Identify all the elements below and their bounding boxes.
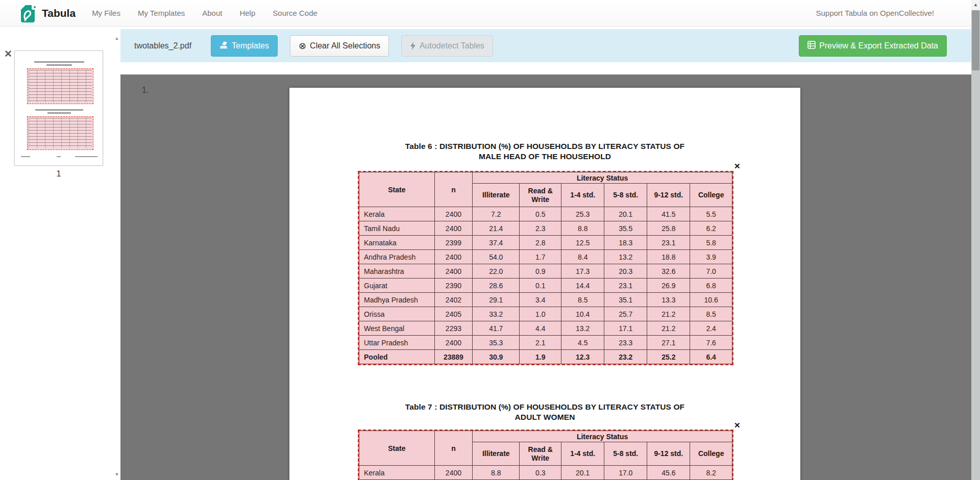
table-row: Kerala24008.80.320.117.045.68.2 <box>359 466 732 480</box>
table-cell: 20.1 <box>561 466 604 480</box>
thumbnail-sidebar: ✕ 1 ▲ ▼ <box>0 27 120 480</box>
table-cell: 5.8 <box>690 236 732 250</box>
table-row: Karnataka239937.42.812.518.323.15.8 <box>359 236 732 250</box>
scrollbar-thumb[interactable] <box>972 10 979 70</box>
table-cell: 1.9 <box>520 350 561 364</box>
page-thumbnail[interactable] <box>14 50 103 166</box>
table-cell: 2402 <box>434 293 473 307</box>
templates-button[interactable]: Templates <box>211 35 278 57</box>
table-cell: 25.3 <box>561 207 604 221</box>
table7-selection[interactable]: StatenLiteracy StatusIlliterateRead & Wr… <box>358 430 733 480</box>
table-cell: 2.3 <box>520 221 561 236</box>
table-row: Madhya Pradesh240229.13.48.535.113.310.6 <box>359 293 732 307</box>
thumb-title-line <box>47 112 71 114</box>
table-cell: 2400 <box>434 221 473 236</box>
table-cell: 29.1 <box>473 293 520 307</box>
clear-selections-button[interactable]: ⊗ Clear All Selections <box>290 35 389 57</box>
pdf-viewer: 1. Table 6 : DISTRIBUTION (%) OF HOUSEHO… <box>120 74 980 480</box>
pdf-page[interactable]: Table 6 : DISTRIBUTION (%) OF HOUSEHOLDS… <box>289 88 800 480</box>
sidebar-scroll-down-icon[interactable]: ▼ <box>114 472 120 477</box>
table-row: Maharashtra240022.00.917.320.332.67.0 <box>359 264 732 279</box>
support-link[interactable]: Support Tabula on OpenCollective! <box>816 9 934 17</box>
templates-icon <box>219 41 228 51</box>
thumb-footer-line <box>75 156 97 157</box>
table-cell: Uttar Pradesh <box>359 336 435 350</box>
close-sidebar-icon[interactable]: ✕ <box>4 49 12 59</box>
col-header: 9-12 std. <box>647 184 690 207</box>
table-cell: 2400 <box>434 207 473 221</box>
table7-selection-close-icon[interactable]: ✕ <box>734 421 741 429</box>
thumb-selection-1 <box>27 68 93 104</box>
brand[interactable]: Tabula <box>20 2 76 25</box>
table-cell: Tamil Nadu <box>359 221 435 236</box>
table-cell: 10.6 <box>690 293 732 307</box>
thumb-table-grid <box>29 70 92 103</box>
toolbar: twotables_2.pdf Templates ⊗ Clear All Se… <box>120 29 980 62</box>
col-header: Illiterate <box>473 184 520 207</box>
table-list-icon <box>807 41 816 51</box>
thumb-title-line <box>46 64 72 66</box>
table6-title-line2: MALE HEAD OF THE HOUSEHOLD <box>289 151 800 162</box>
col-header-n: n <box>434 431 473 466</box>
table-cell: 8.5 <box>690 307 732 321</box>
table-cell: 2390 <box>434 279 473 293</box>
table-cell: 54.0 <box>473 250 520 264</box>
table-cell: 8.5 <box>561 293 604 307</box>
circle-x-icon: ⊗ <box>299 41 306 50</box>
col-header: 1-4 std. <box>561 442 604 466</box>
table-cell: 8.8 <box>473 466 520 480</box>
nav-item-my-templates[interactable]: My Templates <box>138 9 185 17</box>
viewer-page-label: 1. <box>142 86 149 95</box>
table-cell: Orissa <box>359 307 435 321</box>
open-filename: twotables_2.pdf <box>134 41 191 50</box>
table-cell: 13.2 <box>604 250 647 264</box>
table-row: Pooled2388930.91.912.323.225.26.4 <box>359 350 732 364</box>
table-cell: 2400 <box>434 466 473 480</box>
table-cell: 25.8 <box>647 221 690 236</box>
table-cell: 28.6 <box>473 279 520 293</box>
table-cell: 25.7 <box>604 307 647 321</box>
col-header: 5-8 std. <box>604 184 647 207</box>
table-cell: 45.6 <box>647 466 690 480</box>
tabula-app: Tabula My Files My Templates About Help … <box>0 0 980 480</box>
table-cell: Kerala <box>359 466 435 480</box>
table6-selection-close-icon[interactable]: ✕ <box>734 162 741 170</box>
scrollbar-up-icon[interactable]: ▲ <box>971 0 980 10</box>
table-cell: 5.5 <box>690 207 732 221</box>
table-cell: 3.4 <box>520 293 561 307</box>
table-cell: 2400 <box>434 336 473 350</box>
table-cell: 4.4 <box>520 321 561 336</box>
table-cell: 2.8 <box>520 236 561 250</box>
col-header: 9-12 std. <box>647 442 690 466</box>
table-cell: 35.5 <box>604 221 647 236</box>
table-cell: West Bengal <box>359 321 435 336</box>
nav-item-help[interactable]: Help <box>239 9 255 17</box>
window-scrollbar[interactable]: ▲ <box>971 0 980 480</box>
col-header: 5-8 std. <box>604 442 647 466</box>
table7: StatenLiteracy StatusIlliterateRead & Wr… <box>359 431 732 480</box>
nav-item-about[interactable]: About <box>202 9 222 17</box>
col-header: Illiterate <box>473 442 520 466</box>
thumb-table-grid <box>29 118 92 148</box>
nav-item-my-files[interactable]: My Files <box>92 9 120 17</box>
table6-selection[interactable]: StatenLiteracy StatusIlliterateRead & Wr… <box>358 171 733 365</box>
table-cell: 30.9 <box>473 350 520 364</box>
thumb-footer-line <box>57 156 61 157</box>
table-cell: 3.9 <box>690 250 732 264</box>
nav-links: My Files My Templates About Help Source … <box>92 9 317 17</box>
col-header: Read & Write <box>520 184 561 207</box>
nav-item-source-code[interactable]: Source Code <box>273 9 317 17</box>
table7-title-line1: Table 7 : DISTRIBUTION (%) OF HOUSEHOLDS… <box>289 402 800 412</box>
templates-label: Templates <box>232 41 269 50</box>
autodetect-tables-button[interactable]: Autodetect Tables <box>401 35 493 57</box>
col-group-header: Literacy Status <box>473 172 732 184</box>
table-cell: 21.2 <box>647 307 690 321</box>
table-cell: 18.8 <box>647 250 690 264</box>
table-cell: Kerala <box>359 207 435 221</box>
table-cell: 6.4 <box>690 350 732 364</box>
table-cell: 25.2 <box>647 350 690 364</box>
table-cell: 7.6 <box>690 336 732 350</box>
export-button[interactable]: Preview & Export Extracted Data <box>799 35 947 57</box>
sidebar-scroll-up-icon[interactable]: ▲ <box>114 36 120 41</box>
table-cell: 17.3 <box>561 264 604 279</box>
